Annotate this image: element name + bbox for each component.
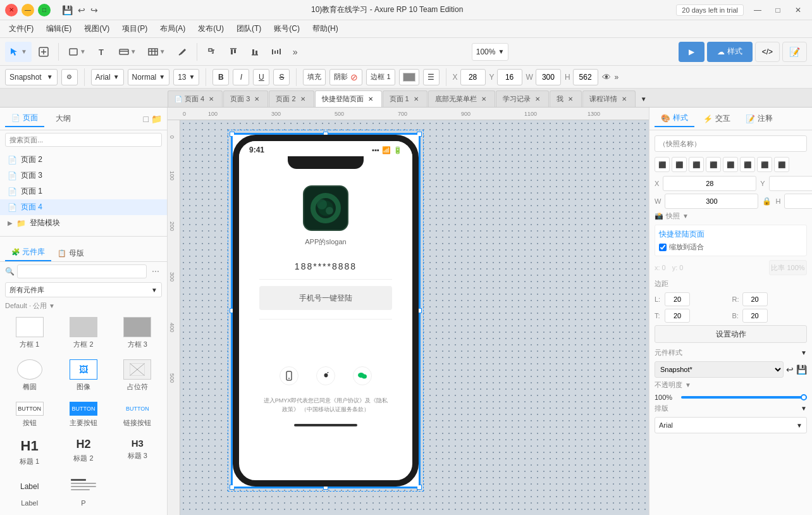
- comp-style-reset-icon[interactable]: ↩: [786, 364, 794, 375]
- comp-placeholder[interactable]: 占位符: [113, 357, 162, 394]
- phone-icon-wechat[interactable]: [353, 366, 372, 385]
- comp-library-select[interactable]: 所有元件库 ▼: [5, 282, 162, 297]
- tab-outline[interactable]: 大纲: [49, 111, 77, 127]
- font-family-dropdown[interactable]: Arial ▼: [91, 69, 124, 85]
- align-bottom[interactable]: [245, 42, 264, 62]
- tab-interact[interactable]: ⚡ 交互: [697, 111, 737, 127]
- tab-page4-close[interactable]: ✕: [207, 95, 216, 104]
- menu-account[interactable]: 账号(C): [268, 22, 306, 35]
- opacity-expand[interactable]: ▼: [685, 382, 691, 388]
- comp-ellipse[interactable]: 椭圆: [5, 357, 54, 394]
- align-bottom-btn[interactable]: ⬛: [740, 157, 755, 172]
- add-folder-icon[interactable]: 📁: [151, 114, 162, 124]
- tab-page2-close[interactable]: ✕: [298, 95, 307, 104]
- lock-icon[interactable]: 🔒: [762, 197, 772, 206]
- coord-h-input[interactable]: [784, 194, 812, 209]
- tab-overflow[interactable]: ▼: [636, 90, 651, 107]
- run-button[interactable]: ▶: [679, 42, 704, 62]
- border-btn[interactable]: 边框 1: [366, 69, 395, 85]
- h-input[interactable]: [573, 69, 598, 85]
- margin-l-input[interactable]: [665, 292, 690, 306]
- tab-style[interactable]: 🎨 样式: [655, 110, 694, 127]
- fill-btn[interactable]: 填充: [303, 69, 326, 85]
- phone-login-btn[interactable]: 手机号一键登陆: [259, 286, 392, 310]
- tab-me-close[interactable]: ✕: [566, 95, 575, 104]
- menu-edit[interactable]: 编辑(E): [40, 22, 78, 35]
- coord-y-input[interactable]: [769, 176, 812, 191]
- tab-learning-close[interactable]: ✕: [533, 95, 542, 104]
- undo-icon[interactable]: ↩: [78, 5, 85, 15]
- add-page-icon[interactable]: □: [144, 114, 149, 124]
- distribute[interactable]: [267, 42, 286, 62]
- menu-project[interactable]: 项目(P): [116, 22, 154, 35]
- align-left-btn[interactable]: ⬛: [655, 157, 670, 172]
- dist-v-btn[interactable]: ⬛: [774, 157, 789, 172]
- connect-tool[interactable]: [34, 42, 53, 62]
- opacity-handle[interactable]: [801, 394, 807, 400]
- comp-style-save-icon[interactable]: 💾: [796, 364, 807, 375]
- redo-icon[interactable]: ↪: [90, 5, 98, 15]
- format-paint[interactable]: [202, 42, 221, 62]
- tab-comp-lib[interactable]: 🧩 元件库: [5, 244, 51, 261]
- visibility-icon[interactable]: 👁: [602, 72, 611, 82]
- margin-r-input[interactable]: [742, 292, 768, 306]
- comp-h2[interactable]: H2 标题 2: [59, 435, 108, 469]
- maximize-btn[interactable]: □: [38, 4, 51, 16]
- minimize-btn[interactable]: —: [22, 4, 34, 16]
- text-tool[interactable]: T: [93, 42, 112, 62]
- tab-page3[interactable]: 页面 3 ✕: [223, 90, 268, 107]
- canvas-area[interactable]: 0 100 300 500 700 900 1100 1300 0 100 20…: [168, 108, 649, 515]
- align-right-btn[interactable]: ⬛: [689, 157, 704, 172]
- underline-btn[interactable]: U: [253, 69, 269, 85]
- tab-page3-close[interactable]: ✕: [252, 95, 261, 104]
- comp-image[interactable]: 🖼 图像: [59, 357, 108, 394]
- more-tools[interactable]: »: [288, 42, 302, 62]
- comp-h1[interactable]: H1 标题 1: [5, 435, 54, 469]
- italic-btn[interactable]: I: [233, 69, 249, 85]
- align-center-btn[interactable]: ⬛: [672, 157, 687, 172]
- tab-no-menu-close[interactable]: ✕: [479, 95, 488, 104]
- coord-w-input[interactable]: [665, 194, 758, 209]
- tab-page1[interactable]: 页面 1 ✕: [383, 90, 428, 107]
- note-button[interactable]: 📝: [782, 42, 807, 62]
- comp-box3[interactable]: 方框 3: [113, 314, 162, 352]
- align-top-btn[interactable]: ⬛: [706, 157, 721, 172]
- tab-page1-close[interactable]: ✕: [412, 95, 421, 104]
- zoom-dropdown-icon[interactable]: ▼: [498, 48, 504, 55]
- tab-me[interactable]: 我 ✕: [550, 90, 582, 107]
- comp-search-input[interactable]: [17, 264, 147, 278]
- page-search-input[interactable]: [5, 133, 162, 147]
- table-tool[interactable]: ▼: [144, 42, 170, 62]
- tab-page4[interactable]: 📄 页面 4 ✕: [168, 90, 223, 107]
- w-input[interactable]: [536, 69, 561, 85]
- tab-course-close[interactable]: ✕: [620, 95, 629, 104]
- rectangle-tool[interactable]: ▼: [64, 42, 90, 62]
- tab-pages[interactable]: 📄 页面: [5, 110, 44, 127]
- pen-tool[interactable]: [173, 42, 192, 62]
- expand-icon[interactable]: »: [615, 73, 619, 82]
- code-button[interactable]: </>: [755, 42, 780, 62]
- align-middle-btn[interactable]: ⬛: [723, 157, 738, 172]
- font-style-dropdown[interactable]: Normal ▼: [128, 69, 170, 85]
- form-tool[interactable]: ▼: [114, 42, 141, 62]
- win-minimize[interactable]: —: [749, 1, 766, 19]
- comp-box2[interactable]: 方框 2: [59, 314, 108, 352]
- page-item-3[interactable]: 📄 页面 3: [0, 168, 167, 183]
- win-maximize[interactable]: □: [769, 1, 787, 19]
- comp-style-select[interactable]: Snapshot*: [655, 361, 784, 378]
- select-tool[interactable]: ▼: [5, 42, 32, 62]
- tab-no-menu[interactable]: 底部无菜单栏 ✕: [428, 90, 495, 107]
- tab-quick-login-close[interactable]: ✕: [366, 95, 375, 104]
- shadow-btn[interactable]: 阴影 ⊘: [329, 69, 362, 85]
- comp-category-dropdown-icon[interactable]: ▼: [49, 302, 55, 309]
- comp-style-expand[interactable]: ▼: [801, 349, 807, 356]
- phone-frame[interactable]: 9:41 ▪▪▪ 📶 🔋: [231, 133, 421, 488]
- comp-box1[interactable]: 方框 1: [5, 314, 54, 352]
- menu-team[interactable]: 团队(T): [230, 22, 268, 35]
- menu-help[interactable]: 帮助(H): [306, 22, 345, 35]
- tab-master[interactable]: 📋 母版: [51, 245, 90, 261]
- opacity-bar[interactable]: [681, 396, 807, 399]
- bold-btn[interactable]: B: [212, 69, 229, 85]
- layout-expand[interactable]: ▼: [801, 405, 807, 412]
- tab-page2[interactable]: 页面 2 ✕: [269, 90, 314, 107]
